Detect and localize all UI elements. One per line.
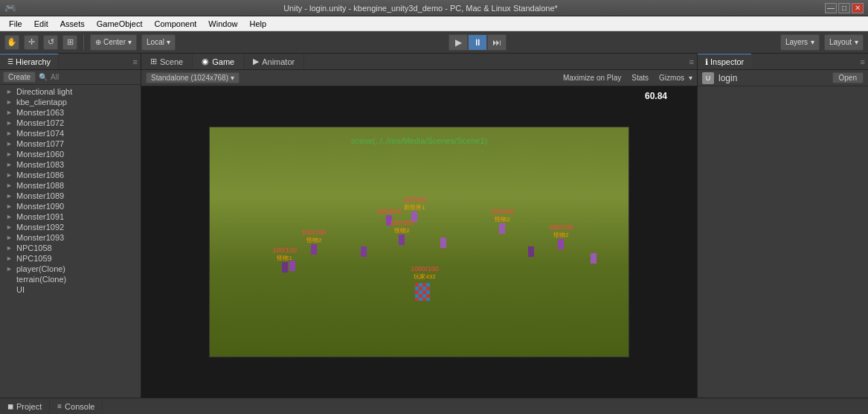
hierarchy-item-monster1060[interactable]: ► Monster1060 xyxy=(0,149,141,159)
bottom-bar: ◼ Project ≡ Console xyxy=(0,398,868,414)
tab-project[interactable]: ◼ Project xyxy=(0,398,50,414)
tab-console[interactable]: ≡ Console xyxy=(50,398,103,414)
pause-button[interactable]: ⏸ xyxy=(468,34,487,51)
item-label: player(Clone) xyxy=(16,264,65,273)
move-tool-button[interactable]: ✛ xyxy=(24,35,39,50)
expand-arrow: ► xyxy=(6,182,13,189)
gizmos-label[interactable]: Gizmos xyxy=(659,74,684,82)
console-tab-label: Console xyxy=(65,402,94,411)
monster-label-8 xyxy=(591,253,597,265)
item-label: Monster1090 xyxy=(16,202,64,211)
rotate-tool-button[interactable]: ↺ xyxy=(43,35,58,50)
menu-component[interactable]: Component xyxy=(148,18,202,30)
hierarchy-item-monster1086[interactable]: ► Monster1086 xyxy=(0,170,141,180)
menu-help[interactable]: Help xyxy=(243,18,272,30)
item-label: Monster1089 xyxy=(16,191,64,200)
expand-arrow: ► xyxy=(6,223,13,231)
item-label: Monster1060 xyxy=(16,150,64,159)
expand-arrow: ► xyxy=(6,171,13,179)
play-controls: ▶ ⏸ ⏭ xyxy=(449,34,507,51)
menu-window[interactable]: Window xyxy=(202,18,243,30)
pivot-button[interactable]: ⊕ Center ▾ xyxy=(90,34,137,51)
item-label: NPC1058 xyxy=(16,243,52,252)
expand-arrow: ► xyxy=(6,203,13,210)
window-controls: — □ ✕ xyxy=(825,3,864,13)
inspector-tab-bar: ℹ Inspector ≡ xyxy=(698,54,868,70)
monster-label-3: 100/100 怪物2 xyxy=(390,219,414,246)
step-button[interactable]: ⏭ xyxy=(487,34,507,51)
menu-bar: File Edit Assets GameObject Component Wi… xyxy=(0,16,868,31)
separator-1 xyxy=(83,35,84,50)
resolution-dropdown-icon: ▾ xyxy=(231,74,234,82)
local-button[interactable]: Local ▾ xyxy=(141,34,176,51)
main-toolbar: ✋ ✛ ↺ ⊞ ⊕ Center ▾ Local ▾ ▶ ⏸ ⏭ Layers … xyxy=(0,31,868,54)
menu-file[interactable]: File xyxy=(3,18,28,30)
hierarchy-toolbar: Create 🔍 All xyxy=(0,70,141,85)
animator-tab-icon: ▶ xyxy=(253,57,259,66)
hierarchy-item-monster1091[interactable]: ► Monster1091 xyxy=(0,211,141,222)
hierarchy-item-monster1083[interactable]: ► Monster1083 xyxy=(0,159,141,170)
hierarchy-item-monster1089[interactable]: ► Monster1089 xyxy=(0,191,141,201)
tab-animator[interactable]: ▶ Animator xyxy=(244,54,304,69)
hand-tool-button[interactable]: ✋ xyxy=(4,35,19,50)
open-button[interactable]: Open xyxy=(832,72,864,83)
main-layout: ☰ Hierarchy ≡ Create 🔍 All ► Directional… xyxy=(0,54,868,398)
local-label: Local xyxy=(147,38,164,46)
player-character xyxy=(415,283,431,302)
game-objects: 100/100 新怪兽1 600/600 100/100 怪物2 xyxy=(210,127,629,357)
hierarchy-item-kbe-clientapp[interactable]: ► kbe_clientapp xyxy=(0,97,141,107)
item-label: Directional light xyxy=(16,87,72,96)
unity-icon: 🎮 xyxy=(4,2,16,13)
hierarchy-item-monster1074[interactable]: ► Monster1074 xyxy=(0,128,141,138)
scene-options[interactable]: ≡ xyxy=(687,54,697,69)
stats-label[interactable]: Stats xyxy=(631,74,649,82)
expand-arrow: ► xyxy=(6,140,13,147)
inspector-options[interactable]: ≡ xyxy=(858,54,868,69)
monster-label-4: 100/100 怪物2 xyxy=(490,208,515,235)
hierarchy-item-monster1063[interactable]: ► Monster1063 xyxy=(0,107,141,118)
hierarchy-item-monster1088[interactable]: ► Monster1088 xyxy=(0,180,141,191)
hierarchy-list: ► Directional light ► kbe_clientapp ► Mo… xyxy=(0,85,141,398)
layout-dropdown-icon: ▾ xyxy=(855,38,858,46)
search-icon: 🔍 xyxy=(39,73,48,81)
close-button[interactable]: ✕ xyxy=(852,3,864,13)
game-view: 60.84 scene(../../res/Media/Scenes/Scene… xyxy=(141,86,697,398)
expand-arrow: ► xyxy=(6,119,13,127)
hierarchy-item-npc1058[interactable]: ► NPC1058 xyxy=(0,243,141,253)
maximize-button[interactable]: □ xyxy=(838,3,850,13)
resolution-dropdown[interactable]: Standalone (1024x768) ▾ xyxy=(146,72,239,83)
layers-dropdown[interactable]: Layers ▾ xyxy=(780,34,820,51)
tab-inspector[interactable]: ℹ Inspector xyxy=(698,54,751,69)
scale-tool-button[interactable]: ⊞ xyxy=(62,35,77,50)
expand-arrow: ► xyxy=(6,265,13,273)
menu-gameobject[interactable]: GameObject xyxy=(91,18,149,30)
hierarchy-item-monster1092[interactable]: ► Monster1092 xyxy=(0,222,141,232)
hierarchy-item-terrain-clone[interactable]: terrain(Clone) xyxy=(0,274,141,284)
console-tab-icon: ≡ xyxy=(57,402,62,410)
minimize-button[interactable]: — xyxy=(825,3,837,13)
inspector-panel: ℹ Inspector ≡ U login Open xyxy=(697,54,868,398)
hierarchy-item-player-clone[interactable]: ► player(Clone) xyxy=(0,264,141,274)
expand-arrow: ► xyxy=(6,192,13,200)
hierarchy-options[interactable]: ≡ xyxy=(130,54,141,69)
menu-assets[interactable]: Assets xyxy=(54,18,91,30)
hierarchy-item-monster1093[interactable]: ► Monster1093 xyxy=(0,232,141,243)
hierarchy-item-ui[interactable]: UI xyxy=(0,284,141,295)
sprite-left xyxy=(289,261,295,273)
menu-edit[interactable]: Edit xyxy=(28,18,54,30)
maximize-on-play-label[interactable]: Maximize on Play xyxy=(563,74,621,82)
create-button[interactable]: Create xyxy=(3,71,36,83)
play-button[interactable]: ▶ xyxy=(449,34,468,51)
hierarchy-item-npc1059[interactable]: ► NPC1059 xyxy=(0,253,141,264)
hierarchy-item-monster1090[interactable]: ► Monster1090 xyxy=(0,201,141,211)
tab-game[interactable]: ◉ Game xyxy=(193,54,244,69)
layout-dropdown[interactable]: Layout ▾ xyxy=(824,34,864,51)
hierarchy-item-monster1072[interactable]: ► Monster1072 xyxy=(0,118,141,128)
tab-scene[interactable]: ⊞ Scene xyxy=(141,54,193,69)
hierarchy-item-directional-light[interactable]: ► Directional light xyxy=(0,86,141,97)
tab-hierarchy[interactable]: ☰ Hierarchy xyxy=(0,54,59,69)
title-bar: 🎮 Unity - login.unity - kbengine_unity3d… xyxy=(0,0,868,16)
hierarchy-item-monster1077[interactable]: ► Monster1077 xyxy=(0,138,141,149)
item-label: Monster1077 xyxy=(16,139,64,148)
sprite-rightfar xyxy=(528,246,534,258)
